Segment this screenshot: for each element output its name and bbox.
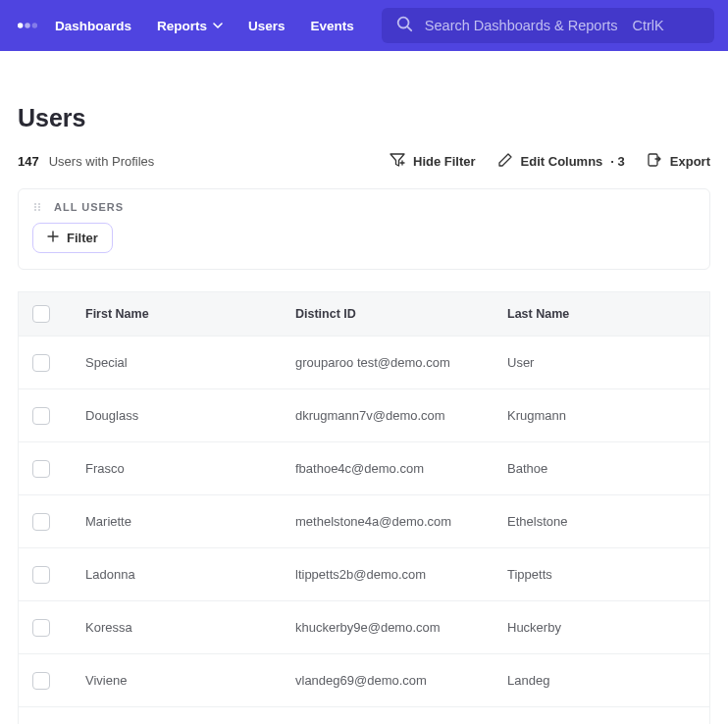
user-count: 147Users with Profiles [18, 154, 154, 169]
cell-first-name: Ladonna [85, 567, 295, 582]
nav-items: Dashboards Reports Users Events [55, 19, 354, 33]
pencil-icon [497, 152, 513, 171]
row-checkbox[interactable] [32, 354, 50, 372]
row-checkbox[interactable] [32, 619, 50, 637]
row-checkbox-cell [32, 619, 85, 637]
row-checkbox-cell [32, 672, 85, 690]
table-body: Specialgrouparoo test@demo.comUserDougla… [19, 336, 709, 724]
cell-first-name: Koressa [85, 620, 295, 635]
svg-point-1 [25, 23, 30, 28]
svg-point-12 [38, 206, 40, 208]
table-row[interactable]: Vivienevlandeg69@demo.comLandeg [19, 653, 709, 706]
cell-distinct-id: fbathoe4c@demo.com [295, 461, 507, 476]
table-row[interactable]: Ladonnaltippetts2b@demo.comTippetts [19, 547, 709, 600]
edit-columns-count: · 3 [610, 154, 624, 169]
nav-users[interactable]: Users [248, 19, 286, 33]
select-all-checkbox[interactable] [32, 305, 50, 323]
nav-reports[interactable]: Reports [157, 19, 223, 33]
table-row[interactable]: Mariettemethelstone4a@demo.comEthelstone [19, 494, 709, 547]
filter-icon [390, 152, 405, 171]
cell-distinct-id: vlandeg69@demo.com [295, 673, 507, 688]
nav-events[interactable]: Events [311, 19, 354, 33]
cell-distinct-id: methelstone4a@demo.com [295, 514, 507, 529]
add-filter-button[interactable]: Filter [32, 223, 113, 253]
row-checkbox-cell [32, 513, 85, 531]
table-row[interactable]: Frascofbathoe4c@demo.comBathoe [19, 441, 709, 494]
table-row[interactable]: Specialgrouparoo test@demo.comUser [19, 336, 709, 388]
cell-first-name: Douglass [85, 408, 295, 423]
cell-first-name: Frasco [85, 461, 295, 476]
svg-point-11 [38, 203, 40, 205]
search-wrap: Search Dashboards & Reports CtrlK [382, 8, 714, 43]
page-title: Users [18, 104, 710, 132]
cell-last-name: Huckerby [507, 620, 696, 635]
drag-handle-icon[interactable] [32, 201, 44, 213]
main-content: Users 147Users with Profiles Hide Filter… [0, 104, 728, 724]
nav-dashboards[interactable]: Dashboards [55, 19, 131, 33]
svg-point-10 [34, 209, 36, 211]
top-nav: Dashboards Reports Users Events Search D… [0, 0, 728, 51]
search-shortcut: CtrlK [633, 18, 664, 33]
row-checkbox[interactable] [32, 460, 50, 478]
svg-point-8 [34, 203, 36, 205]
cell-last-name: Landeg [507, 673, 696, 688]
nav-label: Events [311, 19, 354, 33]
filter-heading-row: ALL USERS [32, 201, 696, 213]
edit-columns-button[interactable]: Edit Columns · 3 [497, 152, 625, 171]
action-label: Hide Filter [413, 154, 476, 169]
search-icon [395, 15, 413, 36]
export-icon [647, 152, 662, 171]
user-count-label: Users with Profiles [49, 154, 155, 169]
row-checkbox-cell [32, 460, 85, 478]
row-checkbox[interactable] [32, 513, 50, 531]
action-label: Edit Columns [521, 154, 603, 169]
cell-last-name: User [507, 355, 696, 370]
action-label: Export [670, 154, 710, 169]
app-menu-icon[interactable] [14, 12, 41, 39]
users-table: First Name Distinct ID Last Name Special… [18, 291, 710, 724]
table-header: First Name Distinct ID Last Name [19, 292, 709, 336]
row-checkbox-cell [32, 566, 85, 584]
plus-icon [47, 231, 59, 245]
toolbar-row: 147Users with Profiles Hide Filter Edit … [18, 152, 710, 171]
cell-distinct-id: dkrugmann7v@demo.com [295, 408, 507, 423]
svg-point-13 [38, 209, 40, 211]
row-checkbox[interactable] [32, 407, 50, 425]
row-checkbox[interactable] [32, 566, 50, 584]
cell-last-name: Ethelstone [507, 514, 696, 529]
header-first-name[interactable]: First Name [85, 307, 295, 321]
header-checkbox-cell [32, 305, 85, 323]
table-row[interactable]: Koressakhuckerby9e@demo.comHuckerby [19, 600, 709, 653]
svg-point-3 [398, 18, 409, 28]
cell-last-name: Bathoe [507, 461, 696, 476]
table-row[interactable]: Orlandodewar4t@demo.comDewar [19, 706, 709, 724]
svg-rect-7 [649, 154, 657, 166]
search-placeholder: Search Dashboards & Reports [425, 18, 618, 33]
header-last-name[interactable]: Last Name [507, 307, 696, 321]
cell-first-name: Mariette [85, 514, 295, 529]
chevron-down-icon [213, 19, 223, 33]
row-checkbox[interactable] [32, 672, 50, 690]
svg-point-0 [18, 23, 24, 28]
row-checkbox-cell [32, 354, 85, 372]
search-input[interactable]: Search Dashboards & Reports CtrlK [382, 8, 714, 43]
row-checkbox-cell [32, 407, 85, 425]
cell-distinct-id: khuckerby9e@demo.com [295, 620, 507, 635]
cell-first-name: Viviene [85, 673, 295, 688]
cell-last-name: Krugmann [507, 408, 696, 423]
svg-line-4 [407, 27, 411, 31]
cell-distinct-id: ltippetts2b@demo.com [295, 567, 507, 582]
nav-label: Dashboards [55, 19, 131, 33]
filter-heading: ALL USERS [54, 201, 124, 213]
nav-label: Reports [157, 19, 207, 33]
add-filter-label: Filter [67, 231, 98, 245]
filter-container: ALL USERS Filter [18, 188, 710, 270]
svg-point-2 [32, 23, 38, 28]
export-button[interactable]: Export [647, 152, 710, 171]
nav-label: Users [248, 19, 286, 33]
toolbar-actions: Hide Filter Edit Columns · 3 Export [390, 152, 710, 171]
header-distinct-id[interactable]: Distinct ID [295, 307, 507, 321]
cell-first-name: Special [85, 355, 295, 370]
table-row[interactable]: Douglassdkrugmann7v@demo.comKrugmann [19, 388, 709, 441]
hide-filter-button[interactable]: Hide Filter [390, 152, 476, 171]
